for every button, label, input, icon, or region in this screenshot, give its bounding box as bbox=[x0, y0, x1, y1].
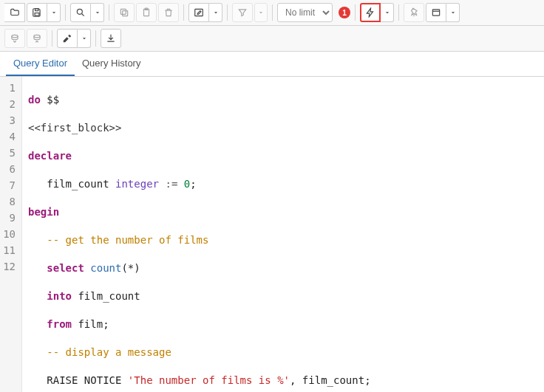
save-button[interactable] bbox=[27, 3, 47, 22]
limit-select[interactable]: No limit bbox=[277, 3, 333, 22]
open-file-button[interactable] bbox=[4, 3, 25, 22]
svg-point-9 bbox=[12, 35, 18, 38]
paste-button[interactable] bbox=[136, 3, 157, 22]
separator bbox=[65, 4, 66, 21]
clear-button[interactable] bbox=[57, 29, 78, 48]
edit-button[interactable] bbox=[188, 3, 209, 22]
stop-button[interactable] bbox=[404, 3, 424, 22]
callout-1: 1 bbox=[339, 7, 350, 18]
separator bbox=[355, 4, 356, 21]
separator bbox=[95, 30, 96, 47]
toolbar-row-1: No limit 1 bbox=[0, 0, 544, 26]
editor-tabs: Query Editor Query History bbox=[0, 52, 544, 77]
svg-rect-8 bbox=[432, 10, 439, 16]
clear-dropdown[interactable] bbox=[78, 29, 91, 48]
svg-rect-0 bbox=[35, 13, 39, 16]
explain-button[interactable] bbox=[426, 3, 446, 22]
separator bbox=[398, 4, 399, 21]
svg-rect-4 bbox=[120, 9, 126, 14]
tab-query-editor[interactable]: Query Editor bbox=[6, 52, 75, 76]
execute-dropdown[interactable] bbox=[381, 3, 394, 22]
download-button[interactable] bbox=[101, 29, 121, 48]
commit-button[interactable] bbox=[4, 29, 25, 48]
execute-button[interactable] bbox=[360, 3, 381, 22]
filter-button[interactable] bbox=[232, 3, 253, 22]
code-body[interactable]: do $$ <<first_block>> declare film_count… bbox=[22, 77, 377, 392]
copy-button[interactable] bbox=[114, 3, 135, 22]
edit-dropdown[interactable] bbox=[209, 3, 222, 22]
svg-rect-3 bbox=[123, 11, 128, 16]
save-dropdown[interactable] bbox=[47, 3, 61, 22]
separator bbox=[52, 30, 52, 47]
toolbar-row-2 bbox=[0, 26, 544, 52]
explain-dropdown[interactable] bbox=[446, 3, 460, 22]
line-gutter: 123456789101112 bbox=[0, 77, 22, 392]
code-editor[interactable]: 123456789101112 do $$ <<first_block>> de… bbox=[0, 77, 544, 392]
svg-point-2 bbox=[77, 9, 82, 14]
svg-rect-1 bbox=[35, 9, 38, 11]
find-dropdown[interactable] bbox=[91, 3, 104, 22]
find-button[interactable] bbox=[70, 3, 91, 22]
separator bbox=[227, 4, 228, 21]
rollback-button[interactable] bbox=[27, 29, 47, 48]
svg-point-10 bbox=[34, 35, 40, 38]
separator bbox=[272, 4, 273, 21]
tab-query-history[interactable]: Query History bbox=[75, 52, 148, 76]
separator bbox=[109, 4, 109, 21]
filter-dropdown[interactable] bbox=[254, 3, 268, 22]
separator bbox=[183, 4, 184, 21]
delete-button[interactable] bbox=[158, 3, 179, 22]
